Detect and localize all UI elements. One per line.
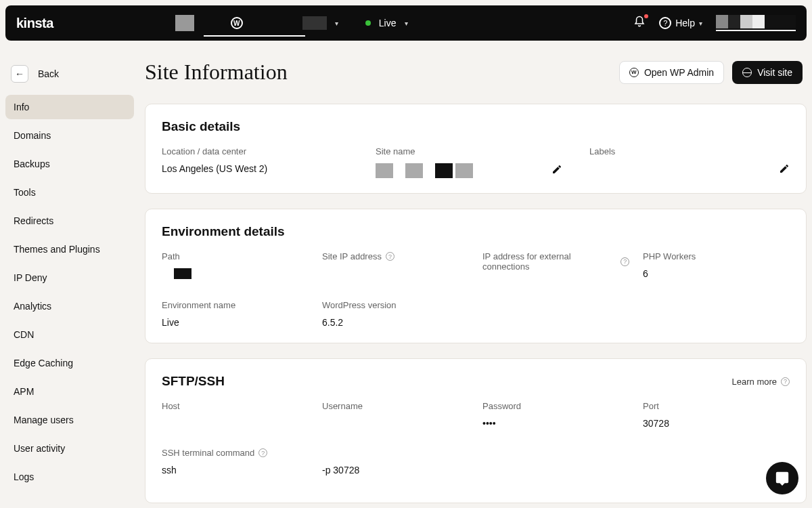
envname-label: Environment name bbox=[162, 300, 309, 310]
sidebar-item-domains[interactable]: Domains bbox=[5, 123, 134, 148]
chat-icon bbox=[775, 471, 790, 486]
environment-switcher[interactable]: Live ▾ bbox=[365, 18, 408, 28]
env-label: Live bbox=[379, 18, 397, 28]
back-button[interactable]: ← bbox=[11, 65, 28, 83]
location-value: Los Angeles (US West 2) bbox=[162, 163, 362, 174]
info-icon: ? bbox=[781, 377, 790, 386]
location-label: Location / data center bbox=[162, 146, 362, 156]
account-menu[interactable] bbox=[716, 15, 796, 31]
open-wp-admin-button[interactable]: W Open WP Admin bbox=[619, 61, 724, 84]
logo[interactable]: kinsta bbox=[16, 16, 53, 31]
environment-details-card: Environment details Path Site IP address… bbox=[145, 209, 807, 343]
edit-labels-button[interactable] bbox=[779, 163, 790, 177]
siteip-label: Site IP address ? bbox=[322, 251, 469, 261]
main-content: Site Information W Open WP Admin Visit s… bbox=[139, 46, 812, 508]
sshcmd-label: SSH terminal command ? bbox=[162, 448, 309, 458]
sitename-label: Site name bbox=[376, 146, 576, 156]
help-menu[interactable]: ? Help ▾ bbox=[659, 17, 702, 29]
edit-sitename-button[interactable] bbox=[551, 164, 562, 177]
extip-label: IP address for external connections ? bbox=[482, 251, 629, 272]
wordpress-icon: W bbox=[231, 17, 243, 29]
sidebar-item-edge-caching[interactable]: Edge Caching bbox=[5, 351, 134, 375]
page-title: Site Information bbox=[145, 60, 288, 85]
back-label: Back bbox=[38, 68, 59, 79]
sidebar-item-ip-deny[interactable]: IP Deny bbox=[5, 266, 134, 290]
wpver-label: WordPress version bbox=[322, 300, 469, 310]
sidebar-item-analytics[interactable]: Analytics bbox=[5, 294, 134, 318]
wordpress-icon: W bbox=[629, 68, 639, 77]
labels-label: Labels bbox=[589, 146, 790, 156]
notifications-button[interactable] bbox=[633, 16, 646, 30]
sidebar-item-info[interactable]: Info bbox=[5, 95, 134, 119]
username-label: Username bbox=[322, 401, 469, 411]
globe-icon bbox=[742, 68, 752, 77]
site-switcher[interactable]: W ▾ bbox=[175, 15, 338, 31]
help-icon: ? bbox=[659, 17, 671, 29]
chat-button[interactable] bbox=[766, 462, 798, 494]
password-value: •••• bbox=[482, 418, 629, 429]
sidebar-item-logs[interactable]: Logs bbox=[5, 465, 134, 489]
sidebar-item-apm[interactable]: APM bbox=[5, 379, 134, 404]
password-label: Password bbox=[482, 401, 629, 411]
visit-site-button[interactable]: Visit site bbox=[732, 61, 803, 84]
status-dot-icon bbox=[365, 20, 371, 26]
info-icon[interactable]: ? bbox=[621, 257, 629, 266]
host-label: Host bbox=[162, 401, 309, 411]
sftp-ssh-card: SFTP/SSH Learn more ? Host Username Pass… bbox=[145, 358, 807, 503]
basic-details-card: Basic details Location / data center Los… bbox=[145, 104, 807, 194]
chevron-down-icon: ▾ bbox=[335, 20, 338, 27]
sidebar-item-redirects[interactable]: Redirects bbox=[5, 209, 134, 233]
info-icon[interactable]: ? bbox=[258, 448, 267, 457]
sshcmd-prefix: ssh bbox=[162, 465, 309, 475]
card-title: SFTP/SSH bbox=[162, 374, 225, 389]
learn-more-link[interactable]: Learn more ? bbox=[732, 377, 790, 387]
sidebar-item-tools[interactable]: Tools bbox=[5, 180, 134, 205]
wpver-value: 6.5.2 bbox=[322, 317, 469, 328]
topbar: kinsta W ▾ Live ▾ ? Help ▾ bbox=[5, 5, 807, 41]
chevron-down-icon: ▾ bbox=[405, 20, 408, 27]
help-label: Help bbox=[675, 18, 695, 28]
php-workers-value: 6 bbox=[643, 268, 790, 279]
notification-dot-icon bbox=[644, 14, 648, 18]
sidebar-item-themes-plugins[interactable]: Themes and Plugins bbox=[5, 237, 134, 261]
sshcmd-suffix: -p 30728 bbox=[322, 465, 469, 475]
chevron-down-icon: ▾ bbox=[699, 20, 702, 27]
sidebar-item-backups[interactable]: Backups bbox=[5, 152, 134, 176]
sidebar-item-cdn[interactable]: CDN bbox=[5, 322, 134, 347]
info-icon[interactable]: ? bbox=[386, 252, 394, 261]
php-workers-label: PHP Workers bbox=[643, 251, 790, 261]
envname-value: Live bbox=[162, 317, 309, 328]
card-title: Environment details bbox=[162, 224, 790, 239]
port-label: Port bbox=[643, 401, 790, 411]
sidebar-item-user-activity[interactable]: User activity bbox=[5, 436, 134, 461]
sidebar-item-manage-users[interactable]: Manage users bbox=[5, 408, 134, 432]
port-value: 30728 bbox=[643, 418, 790, 429]
card-title: Basic details bbox=[162, 119, 790, 134]
path-label: Path bbox=[162, 251, 309, 261]
sidebar: ← Back Info Domains Backups Tools Redire… bbox=[0, 46, 139, 508]
